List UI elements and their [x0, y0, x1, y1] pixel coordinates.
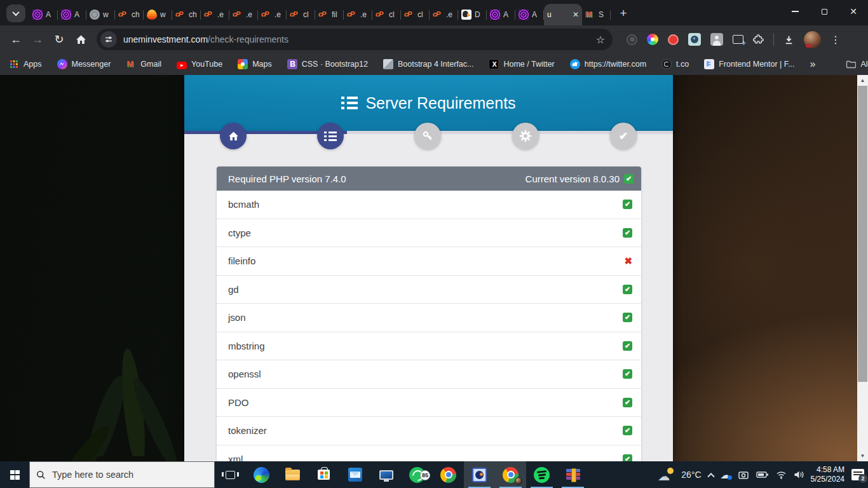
browser-tab[interactable]: .e	[201, 4, 229, 25]
taskbar-winrar[interactable]	[557, 461, 588, 488]
bookmark-apps[interactable]: Apps	[9, 59, 42, 69]
start-button[interactable]	[0, 461, 29, 488]
forward-button[interactable]: →	[27, 29, 48, 50]
browser-tab[interactable]: .e	[258, 4, 287, 25]
browser-tab[interactable]: fil	[315, 4, 344, 25]
extensions-puzzle-icon[interactable]	[753, 34, 764, 45]
site-settings-icon[interactable]	[100, 31, 117, 48]
home-button[interactable]	[70, 29, 92, 50]
onedrive-icon[interactable]: ☁	[721, 469, 731, 481]
bookmark-gmail[interactable]: Gmail	[126, 59, 161, 69]
step-finish[interactable]: ✔	[610, 123, 637, 149]
taskbar-microsoft-store[interactable]	[308, 461, 339, 488]
target-extension-icon[interactable]	[627, 34, 637, 45]
browser-menu-icon[interactable]: ⋮	[831, 34, 841, 46]
step-home[interactable]	[220, 123, 247, 149]
page-scrollbar[interactable]: ▲ ▼	[857, 75, 868, 461]
volume-icon[interactable]	[794, 470, 804, 479]
bookmark-star-icon[interactable]: ☆	[596, 34, 605, 46]
wifi-icon[interactable]	[776, 471, 787, 479]
extension-name: PDO	[228, 397, 249, 408]
downloads-icon[interactable]	[783, 34, 794, 45]
battery-icon[interactable]	[756, 471, 769, 478]
bookmark-youtube[interactable]: YouTube	[177, 60, 222, 69]
temperature-label[interactable]: 26°C	[681, 470, 701, 480]
bookmark-label: YouTube	[191, 60, 222, 69]
browser-tab[interactable]: w	[86, 4, 115, 25]
minimize-button[interactable]	[780, 0, 810, 23]
close-window-button[interactable]: ✕	[839, 0, 868, 23]
gmail-favicon	[585, 10, 595, 20]
scroll-up-arrow[interactable]: ▲	[857, 75, 868, 86]
bookmark-twitter[interactable]: https://twitter.com	[570, 59, 646, 69]
taskbar-edge[interactable]	[246, 461, 277, 488]
back-button[interactable]: ←	[5, 29, 27, 50]
browser-tab[interactable]: cl	[372, 4, 401, 25]
taskbar-media-player[interactable]	[464, 461, 495, 488]
notification-center-icon[interactable]: 2	[851, 469, 864, 480]
restore-button[interactable]	[810, 0, 839, 23]
taskbar-remote-desktop[interactable]	[370, 461, 402, 488]
address-bar[interactable]: uneminvestment.com/check-requirements ☆	[97, 29, 613, 50]
taskbar-clock[interactable]: 4:58 AM 5/25/2024	[811, 465, 844, 484]
tab-close-icon[interactable]: ✕	[573, 11, 579, 18]
bookmark-x-home[interactable]: Home / Twitter	[489, 59, 554, 69]
taskbar-file-explorer[interactable]	[277, 461, 308, 488]
taskbar-search[interactable]	[29, 461, 215, 488]
step-environment[interactable]	[512, 123, 539, 149]
new-tab-button[interactable]: +	[614, 5, 632, 23]
task-view-button[interactable]	[215, 461, 246, 488]
color-wheel-extension-icon[interactable]	[647, 34, 658, 45]
weather-icon[interactable]: ☁	[658, 468, 674, 482]
browser-tab[interactable]: S	[582, 4, 611, 25]
home-icon	[76, 34, 86, 45]
step-permissions[interactable]	[414, 123, 441, 149]
bookmark-messenger[interactable]: Messenger	[57, 59, 111, 69]
bookmark-tco[interactable]: t.co	[661, 59, 689, 69]
cpanel-favicon	[204, 10, 214, 20]
browser-tab[interactable]: A	[515, 4, 544, 25]
all-bookmarks-button[interactable]: All Bookmarks	[846, 60, 868, 69]
tab-title: A	[532, 10, 537, 19]
bookmark-bootstrap-css[interactable]: CSS · Bootstrap12	[287, 59, 368, 69]
active-tab[interactable]: u ✕	[544, 4, 582, 25]
browser-tab[interactable]: .e	[344, 4, 372, 25]
bookmark-label: CSS · Bootstrap12	[302, 60, 368, 69]
url-path: /check-requirements	[208, 34, 288, 44]
camera-extension-icon[interactable]	[688, 33, 701, 46]
taskbar-whatsapp[interactable]: 85	[402, 461, 433, 488]
browser-tab[interactable]: ch	[172, 4, 201, 25]
new-window-extension-icon[interactable]	[733, 35, 743, 44]
taskbar-search-input[interactable]	[52, 470, 198, 480]
record-extension-icon[interactable]	[668, 34, 679, 45]
browser-profile-avatar[interactable]	[804, 31, 821, 48]
tray-expand-chevron[interactable]	[707, 473, 714, 480]
scrollbar-thumb[interactable]	[858, 86, 867, 382]
tab-search-button[interactable]	[6, 4, 25, 22]
tab-title: A	[503, 10, 508, 19]
bookmark-maps[interactable]: Maps	[238, 59, 272, 69]
bookmarks-overflow-button[interactable]: »	[810, 58, 816, 70]
taskbar-chrome-profile[interactable]	[495, 461, 526, 488]
browser-tab[interactable]: w	[144, 4, 172, 25]
taskbar-chrome[interactable]	[433, 461, 464, 488]
scroll-down-arrow[interactable]: ▼	[857, 451, 868, 461]
browser-tab[interactable]: .e	[430, 4, 458, 25]
browser-tab[interactable]: D	[458, 4, 487, 25]
browser-tab[interactable]: cl	[287, 4, 315, 25]
step-requirements[interactable]	[317, 123, 344, 149]
screen-capture-icon[interactable]	[738, 470, 749, 480]
browser-tab[interactable]: A	[58, 4, 86, 25]
bookmark-bootstrap4[interactable]: Bootstrap 4 Interfac...	[383, 59, 474, 69]
browser-tab[interactable]: .e	[229, 4, 258, 25]
reload-button[interactable]: ↻	[48, 29, 70, 50]
bookmark-frontend-mentor[interactable]: Frontend Mentor | F...	[704, 59, 794, 69]
requirement-row: json	[217, 304, 641, 332]
taskbar-mail[interactable]	[339, 461, 370, 488]
browser-tab[interactable]: ch	[115, 4, 144, 25]
browser-tab[interactable]: A	[29, 4, 58, 25]
browser-tab[interactable]: A	[487, 4, 515, 25]
taskbar-spotify[interactable]	[526, 461, 557, 488]
browser-tab[interactable]: cl	[401, 4, 430, 25]
profile-extension-icon[interactable]	[710, 33, 723, 46]
